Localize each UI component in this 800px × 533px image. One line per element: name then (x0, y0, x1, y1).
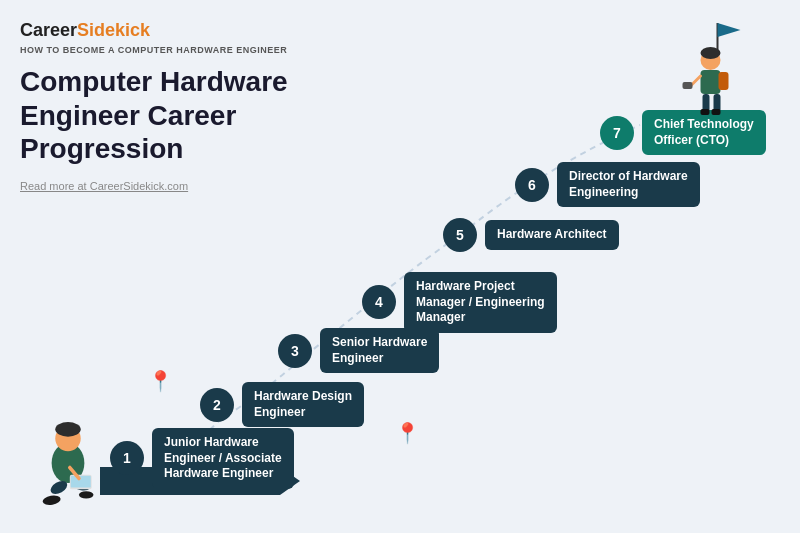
svg-rect-15 (719, 72, 729, 90)
step-6: 6 Director of HardwareEngineering (515, 162, 700, 207)
location-pin-1: 📍 (148, 369, 173, 393)
step-5-label: Hardware Architect (485, 220, 619, 250)
brand-career: Career (20, 20, 77, 41)
brand-sidekick: Sidekick (77, 20, 150, 41)
step-6-label: Director of HardwareEngineering (557, 162, 700, 207)
step-4: 4 Hardware ProjectManager / EngineeringM… (362, 272, 557, 333)
step-3: 3 Senior HardwareEngineer (278, 328, 439, 373)
svg-point-6 (79, 491, 94, 498)
svg-point-13 (701, 47, 721, 59)
svg-point-2 (55, 422, 80, 437)
read-more-link[interactable]: Read more at CareerSidekick.com (20, 180, 310, 192)
location-pin-2: 📍 (395, 421, 420, 445)
step-4-circle: 4 (362, 285, 396, 319)
svg-marker-11 (718, 23, 741, 37)
step-3-circle: 3 (278, 334, 312, 368)
svg-rect-14 (701, 70, 721, 94)
step-6-circle: 6 (515, 168, 549, 202)
svg-rect-8 (71, 476, 91, 488)
main-title: Computer Hardware Engineer Career Progre… (20, 65, 310, 166)
brand: Career Sidekick (20, 20, 310, 41)
step-1-circle: 1 (110, 441, 144, 475)
step-5-circle: 5 (443, 218, 477, 252)
left-panel: Career Sidekick How to Become a Computer… (20, 20, 310, 192)
step-2: 2 Hardware DesignEngineer (200, 382, 364, 427)
svg-rect-18 (701, 109, 710, 115)
subtitle: How to Become a Computer Hardware Engine… (20, 45, 310, 55)
svg-rect-19 (712, 109, 721, 115)
step-3-label: Senior HardwareEngineer (320, 328, 439, 373)
step-1: 1 Junior HardwareEngineer / AssociateHar… (110, 428, 294, 489)
main-container: Career Sidekick How to Become a Computer… (0, 0, 800, 533)
person-sitting-illustration (28, 413, 108, 513)
svg-rect-21 (683, 82, 693, 89)
step-2-label: Hardware DesignEngineer (242, 382, 364, 427)
person-top-illustration (670, 18, 745, 118)
step-2-circle: 2 (200, 388, 234, 422)
step-7-circle: 7 (600, 116, 634, 150)
step-5: 5 Hardware Architect (443, 218, 619, 252)
step-4-label: Hardware ProjectManager / EngineeringMan… (404, 272, 557, 333)
svg-point-5 (42, 494, 61, 506)
step-1-label: Junior HardwareEngineer / AssociateHardw… (152, 428, 294, 489)
